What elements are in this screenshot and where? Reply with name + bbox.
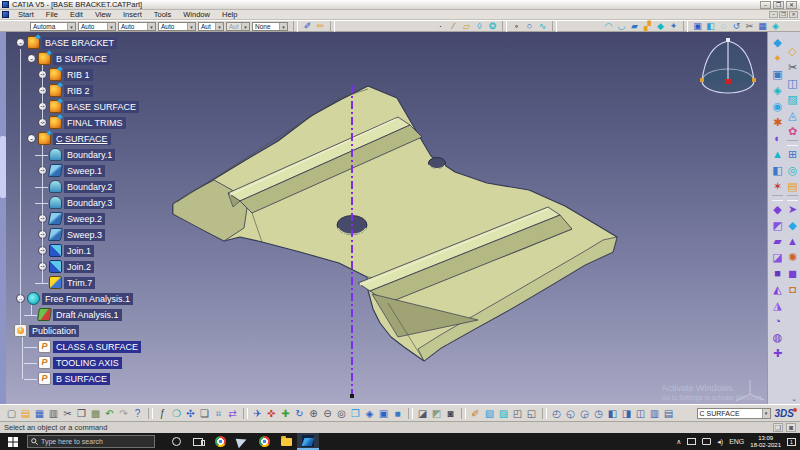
menu-file[interactable]: File — [40, 10, 64, 19]
connect-icon[interactable]: ⌗ — [212, 407, 225, 420]
browser-icon[interactable] — [253, 433, 275, 450]
3d-viewport[interactable]: -BASE BRACKET-B SURFACE+RIB 1+RIB 2+BASE… — [0, 32, 800, 404]
tree-item-base-bracket[interactable]: -BASE BRACKET — [7, 35, 187, 51]
cortana-icon[interactable] — [165, 433, 187, 450]
multi-view-icon[interactable]: ❒ — [349, 407, 362, 420]
curve-tool-icon[interactable]: ◈ — [770, 83, 785, 98]
collapse-toggle[interactable]: - — [27, 54, 36, 63]
toolbar-dropdown[interactable]: Automa▾ — [30, 22, 76, 31]
tree-item-draft-analysis-1[interactable]: Draft Analysis.1 — [7, 307, 187, 323]
sphere-tool-icon[interactable]: ◉ — [770, 99, 785, 114]
pen-icon[interactable]: ✐ — [469, 407, 482, 420]
tree-item-rib-1[interactable]: +RIB 1 — [7, 67, 187, 83]
wireframe-view-icon[interactable]: ▣ — [377, 407, 390, 420]
blend-icon[interactable]: ▞ — [641, 20, 654, 32]
arc-icon[interactable]: ○ — [523, 20, 536, 32]
tree-item-boundary-2[interactable]: Boundary.2 — [7, 179, 187, 195]
chrome-icon[interactable] — [209, 433, 231, 450]
taskbar-clock[interactable]: 13:09 18-02-2021 — [750, 435, 781, 449]
save-icon[interactable]: ▦ — [33, 407, 46, 420]
zoom-out-icon[interactable]: ⊖ — [321, 407, 334, 420]
catia-taskbar-icon[interactable] — [297, 433, 319, 450]
close-button[interactable]: ✕ — [786, 1, 797, 9]
frame-quarter-icon[interactable]: ◰ — [511, 407, 524, 420]
tree-item-rib-2[interactable]: +RIB 2 — [7, 83, 187, 99]
search-balloon-icon[interactable]: ❍ — [170, 407, 183, 420]
spark-brush-icon[interactable]: ✏ — [314, 20, 327, 32]
circle-icon[interactable]: ∘ — [510, 20, 523, 32]
burst-tool-icon[interactable]: ✱ — [770, 115, 785, 130]
mail-dart-icon[interactable] — [231, 433, 253, 450]
corner-tool-icon[interactable]: ◩ — [770, 218, 785, 233]
dial-tool-icon[interactable]: ◔ — [770, 314, 785, 329]
doc-close-button[interactable]: ✕ — [789, 11, 798, 18]
fit-all-icon[interactable]: ✜ — [265, 407, 278, 420]
sun-tool-icon[interactable]: ✺ — [785, 250, 800, 265]
window-icon[interactable]: ❏ — [198, 407, 211, 420]
toolbar-dropdown[interactable]: None▾ — [252, 22, 288, 31]
lock-tool-icon[interactable]: ◘ — [785, 282, 800, 297]
formula-icon[interactable]: ƒ — [156, 407, 169, 420]
mode-icon-2[interactable]: ◵ — [564, 407, 577, 420]
mode-icon-8[interactable]: ▥ — [648, 407, 661, 420]
knowledge-icon[interactable]: ✣ — [184, 407, 197, 420]
menu-tools[interactable]: Tools — [148, 10, 178, 19]
toolbar-dropdown[interactable]: Auto▾ — [158, 22, 196, 31]
tree-item-class-a-surface[interactable]: PCLASS A SURFACE — [7, 339, 187, 355]
pan-icon[interactable]: ✚ — [279, 407, 292, 420]
menu-view[interactable]: View — [89, 10, 117, 19]
tree-scrollbar-thumb[interactable] — [0, 136, 6, 198]
mode-icon-6[interactable]: ◨ — [620, 407, 633, 420]
restore-icon[interactable]: ↺ — [730, 20, 743, 32]
surface-tool-icon[interactable]: ◆ — [770, 35, 785, 50]
cube-tool-icon[interactable]: ◼ — [785, 266, 800, 281]
gem-tool-icon[interactable]: ◆ — [785, 218, 800, 233]
statusbar-button-2[interactable]: ◙ — [786, 423, 796, 432]
tree-item-boundary-1[interactable]: Boundary.1 — [7, 147, 187, 163]
tree-item-sweep-2[interactable]: +Sweep.2 — [7, 211, 187, 227]
revolve-icon[interactable]: ❂ — [486, 20, 499, 32]
mode-icon-3[interactable]: ◶ — [578, 407, 591, 420]
volume-icon[interactable]: ◂) — [717, 438, 723, 446]
mode-icon-9[interactable]: ▤ — [662, 407, 675, 420]
notification-icon[interactable]: 1 — [787, 438, 796, 446]
join-icon[interactable]: ▣ — [691, 20, 704, 32]
scissors-tool-icon[interactable]: ✂ — [785, 60, 800, 75]
prism-tool-icon[interactable]: ◮ — [770, 298, 785, 313]
tri-tool-icon[interactable]: ◬ — [785, 108, 800, 123]
paste-icon[interactable]: ▩ — [89, 407, 102, 420]
open-icon[interactable]: ▤ — [19, 407, 32, 420]
style-tool-icon[interactable]: ◆ — [770, 202, 785, 217]
mode-icon-4[interactable]: ◷ — [592, 407, 605, 420]
undo-icon[interactable]: ↶ — [103, 407, 116, 420]
toolbar-dropdown[interactable]: Auto▾ — [78, 22, 116, 31]
tree-item-sweep-3[interactable]: +Sweep.3 — [7, 227, 187, 243]
disc-tool-icon[interactable]: ◍ — [770, 330, 785, 345]
tree-item-boundary-3[interactable]: Boundary.3 — [7, 195, 187, 211]
camera-icon[interactable]: ◙ — [444, 407, 457, 420]
target-tool-icon[interactable]: ◎ — [785, 163, 800, 178]
more-tools-chevron[interactable]: ⌄ — [791, 395, 797, 403]
flower-tool-icon[interactable]: ✿ — [785, 124, 800, 139]
maximize-button[interactable]: ❐ — [773, 1, 784, 9]
boundary-icon[interactable]: ◈ — [769, 20, 782, 32]
loft-icon[interactable]: ▰ — [628, 20, 641, 32]
wedge-tool-icon[interactable]: ◭ — [770, 282, 785, 297]
tree-item-c-surface[interactable]: -C SURFACE — [7, 131, 187, 147]
tree-item-base-surface[interactable]: +BASE SURFACE — [7, 99, 187, 115]
start-button[interactable] — [0, 433, 26, 450]
spark-tool-icon[interactable]: ✶ — [770, 179, 785, 194]
copy-icon[interactable]: ❐ — [75, 407, 88, 420]
file-explorer-icon[interactable] — [275, 433, 297, 450]
doc-minimize-button[interactable]: – — [769, 11, 778, 18]
task-view-icon[interactable] — [187, 433, 209, 450]
point-icon[interactable]: · — [434, 20, 447, 32]
tree-item-b-surface[interactable]: -B SURFACE — [7, 51, 187, 67]
toolbar-dropdown[interactable]: Auto▾ — [118, 22, 156, 31]
line-icon[interactable]: ∕ — [447, 20, 460, 32]
block-tool-icon[interactable]: ■ — [770, 266, 785, 281]
exchange-icon[interactable]: ⇄ — [226, 407, 239, 420]
tree-item-trim-7[interactable]: Trim.7 — [7, 275, 187, 291]
language-indicator[interactable]: ENG — [729, 438, 744, 445]
star-tool-icon[interactable]: ✦ — [770, 51, 785, 66]
